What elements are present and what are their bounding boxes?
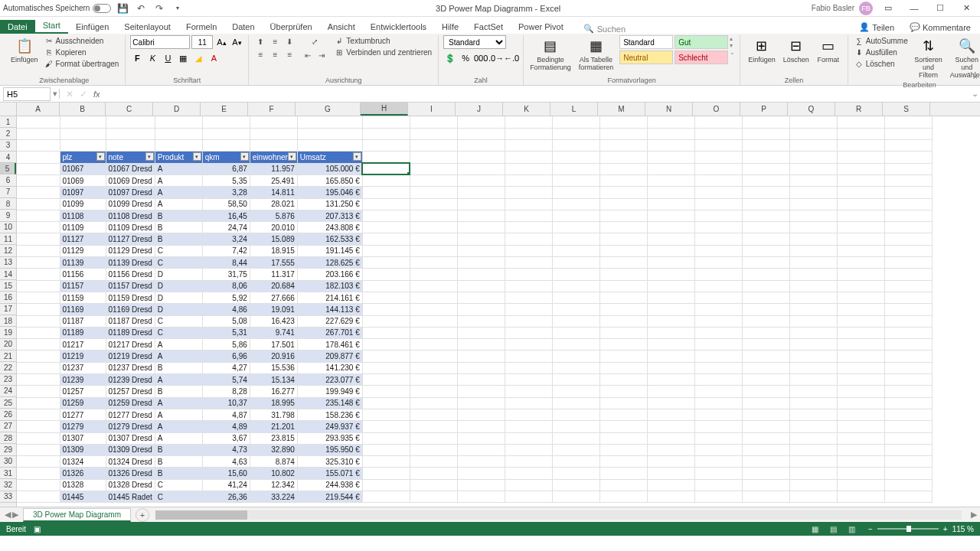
- cell[interactable]: 58,50: [202, 198, 250, 210]
- cell[interactable]: [789, 198, 837, 210]
- gallery-down-icon[interactable]: ▾: [730, 42, 735, 49]
- tab-start[interactable]: Start: [35, 18, 68, 34]
- col-header-Q[interactable]: Q: [788, 103, 835, 116]
- cell[interactable]: 5.876: [250, 210, 297, 221]
- cell[interactable]: [599, 315, 647, 327]
- align-right-icon[interactable]: ≡: [283, 48, 296, 60]
- cell[interactable]: A: [155, 397, 202, 409]
- cell[interactable]: 128.625 €: [297, 257, 362, 269]
- cell[interactable]: 14.811: [250, 187, 297, 198]
- cell[interactable]: [410, 350, 457, 362]
- cell[interactable]: [789, 292, 837, 303]
- cell[interactable]: [362, 386, 410, 397]
- cell[interactable]: [17, 152, 60, 163]
- row-header[interactable]: 20: [0, 339, 16, 350]
- cell[interactable]: [505, 163, 552, 174]
- row-header[interactable]: 31: [0, 468, 16, 479]
- cell[interactable]: 01189: [60, 327, 106, 338]
- cell[interactable]: [837, 280, 884, 292]
- cell[interactable]: [362, 327, 410, 338]
- cell[interactable]: [789, 163, 837, 174]
- comma-icon[interactable]: 000: [474, 51, 488, 65]
- cell[interactable]: [694, 187, 742, 198]
- row-header[interactable]: 30: [0, 456, 16, 468]
- cell[interactable]: [694, 140, 742, 152]
- cell[interactable]: [789, 386, 837, 397]
- cell[interactable]: 5,86: [202, 339, 250, 350]
- cell[interactable]: 01219: [60, 350, 106, 362]
- cell[interactable]: [884, 257, 932, 269]
- cell[interactable]: [505, 327, 552, 338]
- cell[interactable]: [742, 421, 789, 432]
- cell[interactable]: [647, 491, 694, 503]
- redo-icon[interactable]: ↷: [152, 2, 166, 15]
- cell[interactable]: 01445: [60, 491, 106, 503]
- cell[interactable]: [647, 116, 694, 128]
- page-break-view-icon[interactable]: ▥: [844, 523, 861, 534]
- cell[interactable]: [694, 280, 742, 292]
- filter-icon[interactable]: ▾: [193, 152, 201, 161]
- col-header-S[interactable]: S: [883, 103, 930, 116]
- cell[interactable]: [457, 397, 505, 409]
- row-header[interactable]: 7: [0, 187, 16, 198]
- cell[interactable]: [694, 198, 742, 210]
- cell[interactable]: [837, 304, 884, 315]
- row-header[interactable]: 27: [0, 421, 16, 432]
- cell[interactable]: 01108 Dresd: [106, 210, 155, 221]
- row-header[interactable]: 5: [0, 163, 16, 174]
- cell[interactable]: 199.949 €: [297, 386, 362, 397]
- cell[interactable]: [742, 468, 789, 479]
- cell[interactable]: [694, 152, 742, 163]
- cell[interactable]: [505, 280, 552, 292]
- cell[interactable]: [505, 198, 552, 210]
- cell[interactable]: B: [155, 468, 202, 479]
- cut-button[interactable]: ✂Ausschneiden: [43, 35, 121, 46]
- filter-icon[interactable]: ▾: [145, 152, 154, 161]
- cell[interactable]: 209.877 €: [297, 350, 362, 362]
- cell[interactable]: A: [155, 187, 202, 198]
- cell[interactable]: [362, 456, 410, 468]
- cell[interactable]: [505, 187, 552, 198]
- cell[interactable]: [884, 350, 932, 362]
- cell[interactable]: 01217 Dresd: [106, 339, 155, 350]
- cell[interactable]: [742, 269, 789, 280]
- cell[interactable]: [457, 280, 505, 292]
- cell[interactable]: [789, 397, 837, 409]
- grow-font-icon[interactable]: A▴: [214, 35, 228, 49]
- align-top-icon[interactable]: ⬆: [253, 35, 267, 47]
- indent-left-icon[interactable]: ⇤: [301, 49, 315, 61]
- cell[interactable]: [647, 479, 694, 491]
- cell[interactable]: 15.536: [250, 362, 297, 373]
- cell[interactable]: [647, 315, 694, 327]
- cell[interactable]: [837, 245, 884, 256]
- cell[interactable]: B: [155, 362, 202, 373]
- cell[interactable]: [884, 116, 932, 128]
- cell[interactable]: A: [155, 374, 202, 386]
- row-header[interactable]: 28: [0, 432, 16, 444]
- cell[interactable]: A: [155, 339, 202, 350]
- cell[interactable]: [106, 140, 155, 152]
- cell[interactable]: [17, 245, 60, 256]
- cell[interactable]: 5,35: [202, 174, 250, 186]
- cell[interactable]: 158.236 €: [297, 409, 362, 420]
- font-name-select[interactable]: [130, 35, 190, 49]
- cell[interactable]: 01217: [60, 339, 106, 350]
- cell[interactable]: [410, 210, 457, 221]
- cell[interactable]: [694, 479, 742, 491]
- cell[interactable]: [789, 339, 837, 350]
- cell[interactable]: [599, 479, 647, 491]
- shrink-font-icon[interactable]: A▾: [230, 35, 243, 49]
- zoom-out-icon[interactable]: −: [868, 525, 873, 533]
- cell[interactable]: [552, 187, 599, 198]
- cell[interactable]: [694, 292, 742, 303]
- cell[interactable]: [647, 468, 694, 479]
- cell[interactable]: [599, 386, 647, 397]
- inc-decimal-icon[interactable]: .0→: [489, 51, 503, 65]
- cell[interactable]: [789, 327, 837, 338]
- cell[interactable]: [17, 269, 60, 280]
- cell[interactable]: D: [155, 280, 202, 292]
- cell[interactable]: 01187 Dresd: [106, 315, 155, 327]
- cell[interactable]: [457, 222, 505, 233]
- cell[interactable]: [789, 187, 837, 198]
- cell[interactable]: [410, 339, 457, 350]
